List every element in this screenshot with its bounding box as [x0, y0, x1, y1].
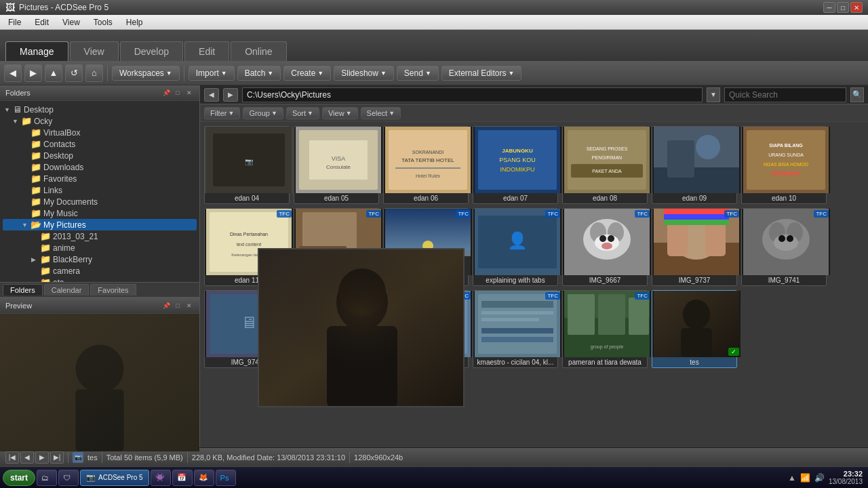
preview-close[interactable]: ✕	[184, 301, 194, 310]
tree-ocky[interactable]: ▼ 📁 Ocky	[3, 115, 197, 127]
tree-etc[interactable]: ▶ 📁 etc	[3, 277, 197, 282]
tree-arrow-mypictures: ▼	[22, 222, 28, 228]
nav-last[interactable]: ▶|	[50, 451, 64, 464]
app-icon: 🖼	[5, 2, 15, 13]
tree-camera[interactable]: ▶ 📁 camera	[3, 265, 197, 277]
taskbar-explorer[interactable]: 🗂	[37, 470, 57, 486]
menu-tools[interactable]: Tools	[88, 16, 118, 28]
home-button[interactable]: ⌂	[85, 64, 103, 82]
nav-forward[interactable]: ▶	[223, 88, 238, 102]
tree-mypictures[interactable]: ▼ 📂 My Pictures	[3, 219, 197, 230]
thumb-edan05[interactable]: VISAConsulate edan 05	[294, 126, 379, 204]
search-button[interactable]: 🔍	[850, 87, 864, 102]
import-button[interactable]: Import ▼	[189, 66, 235, 81]
tree-label-camera: camera	[53, 266, 80, 276]
nav-prev[interactable]: ◀	[20, 451, 34, 464]
tree-mydocs[interactable]: ▶ 📁 My Documents	[3, 196, 197, 207]
window-title: Pictures - ACDSee Pro 5	[19, 3, 108, 12]
menu-file[interactable]: File	[3, 16, 26, 28]
thumb-pameran[interactable]: group of people TFC pameran at tiara dew…	[562, 290, 648, 368]
tab-develop[interactable]: Develop	[120, 41, 183, 61]
tree-contacts[interactable]: ▶ 📁 Contacts	[3, 138, 197, 150]
thumb-edan09[interactable]: edan 09	[652, 126, 737, 204]
tree-anime[interactable]: ▶ 📁 anime	[3, 242, 197, 253]
search-input[interactable]	[724, 87, 846, 102]
tab-calendar[interactable]: Calendar	[44, 284, 90, 296]
tree-favorites[interactable]: ▶ 📁 Favorites	[3, 173, 197, 184]
tree-downloads[interactable]: ▶ 📁 Downloads	[3, 161, 197, 173]
external-editors-button[interactable]: External Editors ▼	[441, 66, 522, 81]
filter-button[interactable]: Filter ▼	[204, 107, 240, 119]
group-button[interactable]: Group ▼	[243, 107, 283, 119]
taskbar-app3[interactable]: 👾	[151, 470, 171, 486]
create-button[interactable]: Create ▼	[283, 66, 331, 81]
send-button[interactable]: Send ▼	[397, 66, 439, 81]
back-button[interactable]: ◀	[4, 64, 22, 82]
thumb-img9667[interactable]: TFC IMG_9667	[562, 208, 648, 286]
nav-next[interactable]: ▶	[35, 451, 49, 464]
preview-panel: Preview 📌 □ ✕	[0, 298, 199, 451]
taskbar-calendar[interactable]: 📅	[172, 470, 193, 486]
minimize-button[interactable]: ─	[823, 2, 835, 13]
taskbar-acdsee[interactable]: 📷 ACDSee Pro 5	[80, 470, 149, 486]
refresh-button[interactable]: ↺	[65, 64, 83, 82]
folders-close[interactable]: ✕	[184, 88, 194, 98]
svg-rect-112	[681, 328, 712, 357]
address-input[interactable]	[242, 87, 703, 102]
select-button[interactable]: Select ▼	[361, 107, 401, 119]
view-button[interactable]: View ▼	[322, 107, 358, 119]
tree-blackberry[interactable]: ▶ 📁 BlackBerry	[3, 253, 197, 265]
start-button[interactable]: start	[3, 470, 35, 486]
thumb-explaining[interactable]: 👤 TFC explaining with tabs	[473, 208, 558, 286]
close-button[interactable]: ✕	[850, 2, 863, 13]
thumb-edan07[interactable]: JABUNGKUPSANG KOUINDOMIKPU edan 07	[473, 126, 558, 204]
taskbar-firefox[interactable]: 🦊	[194, 470, 214, 486]
preview-maximize[interactable]: □	[173, 301, 182, 310]
tab-manage[interactable]: Manage	[5, 41, 68, 61]
thumb-edan10[interactable]: SIAPA BILANGURANG SUNDANGAS BISA HOMODPI…	[741, 126, 827, 204]
thumb-edan08[interactable]: SEDANG PROSESPENGIRIMANPAKET ANDA edan 0…	[562, 126, 648, 204]
toolbar-separator-1	[107, 65, 108, 81]
tree-virtualbox[interactable]: ▶ 📁 VirtualBox	[3, 127, 197, 138]
thumb-tes[interactable]: ✓ tes	[652, 290, 737, 368]
tree-mymusic[interactable]: ▶ 📁 My Music	[3, 207, 197, 219]
thumb-maestro04[interactable]: TFC kmaestro - cicilan 04, kl...	[473, 290, 558, 368]
thumb-img9741[interactable]: TFC IMG_9741	[741, 208, 827, 286]
folder-icon-links: 📁	[31, 185, 41, 195]
preview-pin[interactable]: 📌	[161, 301, 171, 310]
forward-button[interactable]: ▶	[24, 64, 42, 82]
tab-favorites[interactable]: Favorites	[90, 284, 136, 296]
thumb-edan06[interactable]: SOKRANANDITATA TERTIB HOTELHotel Rules e…	[383, 126, 469, 204]
menu-help[interactable]: Help	[121, 16, 149, 28]
nav-first[interactable]: |◀	[5, 451, 19, 464]
tree-label-blackberry: BlackBerry	[53, 255, 92, 264]
menu-edit[interactable]: Edit	[29, 16, 54, 28]
taskbar-alien[interactable]: 🛡	[58, 470, 79, 486]
sort-button[interactable]: Sort ▼	[286, 107, 319, 119]
folders-maximize[interactable]: □	[173, 88, 182, 98]
menu-view[interactable]: View	[57, 16, 85, 28]
maximize-button[interactable]: □	[837, 2, 849, 13]
tree-desktop[interactable]: ▼ 🖥 Desktop	[3, 104, 197, 115]
slideshow-button[interactable]: Slideshow ▼	[334, 66, 394, 81]
tab-view[interactable]: View	[70, 41, 119, 61]
tab-folders[interactable]: Folders	[3, 284, 43, 296]
up-button[interactable]: ▲	[45, 64, 62, 82]
thumb-img9737[interactable]: TFC IMG_9737	[652, 208, 737, 286]
folders-pin[interactable]: 📌	[161, 88, 171, 98]
tree-label-anime: anime	[53, 243, 75, 253]
thumb-edan04[interactable]: 📷 edan 04	[204, 126, 290, 204]
address-dropdown[interactable]: ▼	[707, 87, 720, 102]
workspaces-button[interactable]: Workspaces ▼	[112, 66, 180, 81]
batch-button[interactable]: Batch ▼	[237, 66, 281, 81]
tree-links[interactable]: ▶ 📁 Links	[3, 184, 197, 196]
svg-text:Dinas Pertanahan: Dinas Pertanahan	[230, 232, 268, 237]
tab-online[interactable]: Online	[231, 41, 286, 61]
tree-desktop-sub[interactable]: ▶ 📁 Desktop	[3, 150, 197, 161]
tree-2013[interactable]: ▶ 📁 2013_03_21	[3, 230, 197, 242]
nav-back[interactable]: ◀	[204, 88, 219, 102]
folders-header: Folders 📌 □ ✕	[0, 85, 199, 101]
taskbar-photoshop[interactable]: Ps	[216, 470, 236, 486]
svg-text:INDOMIKPU: INDOMIKPU	[500, 166, 534, 173]
tab-edit[interactable]: Edit	[184, 41, 229, 61]
